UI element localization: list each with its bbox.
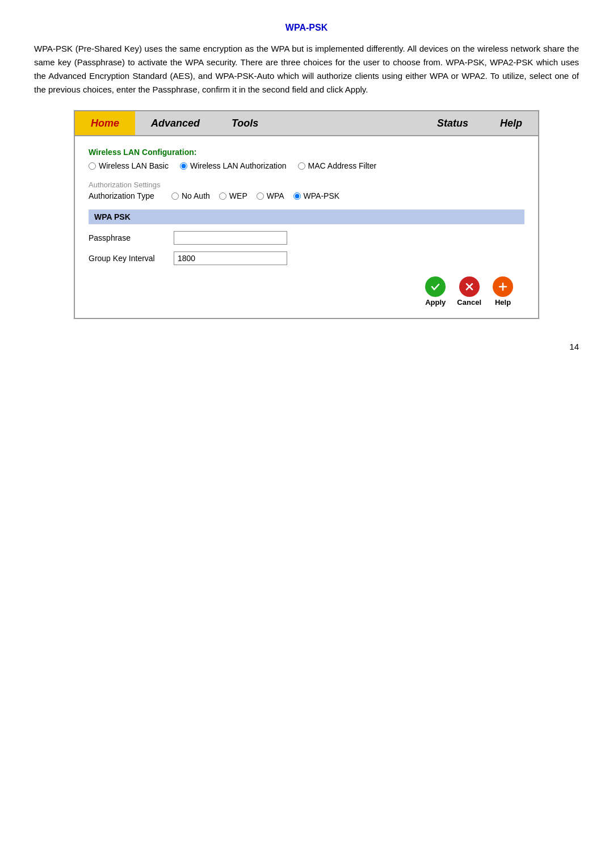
nav-advanced[interactable]: Advanced bbox=[135, 111, 216, 135]
auth-settings-title: Authorization Settings bbox=[89, 181, 524, 189]
nav-help[interactable]: Help bbox=[484, 111, 538, 135]
nav-tools[interactable]: Tools bbox=[216, 111, 274, 135]
help-plus-icon bbox=[497, 280, 509, 293]
router-ui-panel: Home Advanced Tools Status Help Wireless… bbox=[74, 110, 539, 319]
apply-label: Apply bbox=[425, 298, 446, 307]
wpa-psk-bar: WPA PSK bbox=[89, 209, 524, 224]
radio-mac[interactable] bbox=[298, 162, 305, 170]
help-icon bbox=[493, 276, 513, 297]
description-text: WPA-PSK (Pre-Shared Key) uses the same e… bbox=[34, 42, 579, 97]
radio-basic-label: Wireless LAN Basic bbox=[99, 161, 169, 170]
radio-label-mac[interactable]: MAC Address Filter bbox=[298, 161, 377, 170]
radio-label-noauth[interactable]: No Auth bbox=[171, 191, 210, 200]
group-key-label: Group Key Interval bbox=[89, 254, 174, 263]
radio-wpa-label: WPA bbox=[267, 191, 284, 200]
passphrase-row: Passphrase bbox=[89, 231, 524, 245]
radio-label-wpapsk[interactable]: WPA-PSK bbox=[293, 191, 340, 200]
radio-label-wpa[interactable]: WPA bbox=[257, 191, 284, 200]
passphrase-label: Passphrase bbox=[89, 233, 174, 242]
radio-label-authorization[interactable]: Wireless LAN Authorization bbox=[180, 161, 287, 170]
page-number: 14 bbox=[34, 342, 579, 351]
help-button[interactable]: Help bbox=[493, 276, 513, 307]
radio-noauth[interactable] bbox=[171, 192, 179, 200]
cancel-x-icon bbox=[463, 280, 476, 293]
group-key-input[interactable] bbox=[174, 251, 287, 265]
cancel-icon bbox=[459, 276, 480, 297]
nav-bar: Home Advanced Tools Status Help bbox=[75, 111, 538, 136]
radio-authorization-label: Wireless LAN Authorization bbox=[190, 161, 287, 170]
radio-wep-label: WEP bbox=[229, 191, 247, 200]
radio-noauth-label: No Auth bbox=[182, 191, 210, 200]
cancel-label: Cancel bbox=[457, 298, 481, 307]
group-key-row: Group Key Interval bbox=[89, 251, 524, 265]
radio-wpapsk-label: WPA-PSK bbox=[304, 191, 340, 200]
nav-home[interactable]: Home bbox=[75, 111, 135, 135]
cancel-button[interactable]: Cancel bbox=[457, 276, 481, 307]
passphrase-input[interactable] bbox=[174, 231, 287, 245]
auth-type-row: Authorization Type No Auth WEP WPA WPA-P… bbox=[89, 191, 524, 200]
radio-label-wep[interactable]: WEP bbox=[219, 191, 247, 200]
nav-status[interactable]: Status bbox=[421, 111, 484, 135]
svg-point-0 bbox=[429, 280, 442, 293]
apply-button[interactable]: Apply bbox=[425, 276, 446, 307]
button-row: Apply Cancel bbox=[89, 276, 524, 307]
wireless-config-radio-row: Wireless LAN Basic Wireless LAN Authoriz… bbox=[89, 161, 524, 170]
main-content: Wireless LAN Configuration: Wireless LAN… bbox=[75, 136, 538, 318]
page-title: WPA-PSK bbox=[34, 23, 579, 33]
apply-checkmark-icon bbox=[429, 280, 442, 293]
radio-authorization[interactable] bbox=[180, 162, 187, 170]
radio-mac-label: MAC Address Filter bbox=[308, 161, 377, 170]
apply-icon bbox=[425, 276, 446, 297]
radio-wpapsk[interactable] bbox=[293, 192, 301, 200]
radio-label-basic[interactable]: Wireless LAN Basic bbox=[89, 161, 169, 170]
radio-wep[interactable] bbox=[219, 192, 226, 200]
radio-basic[interactable] bbox=[89, 162, 96, 170]
auth-type-label: Authorization Type bbox=[89, 191, 162, 200]
wireless-config-title: Wireless LAN Configuration: bbox=[89, 148, 524, 157]
radio-wpa[interactable] bbox=[257, 192, 264, 200]
help-label: Help bbox=[495, 298, 511, 307]
